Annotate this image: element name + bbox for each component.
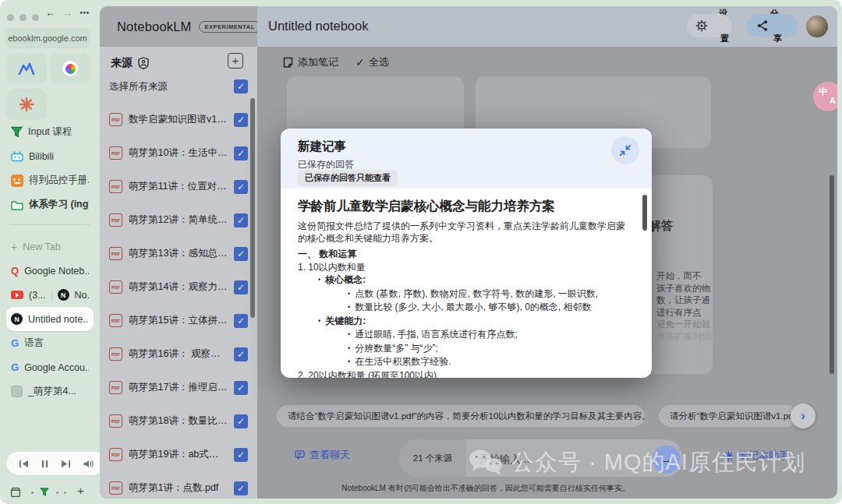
pause-icon[interactable]: [41, 459, 49, 469]
sources-scrollbar[interactable]: [250, 98, 255, 318]
sidebar-item-dedao[interactable]: 得到品控手册...: [6, 168, 94, 192]
source-row[interactable]: 萌芽第11讲：位置对应....: [100, 170, 257, 203]
space-dot[interactable]: [64, 492, 66, 494]
sidebar-item-bilibili[interactable]: Bilibili: [6, 144, 94, 168]
tab-google-account[interactable]: G Google Accou...: [6, 355, 94, 379]
settings-label-bottom: 置: [720, 33, 729, 44]
source-checkbox[interactable]: [234, 414, 248, 428]
previous-track-icon[interactable]: [19, 459, 29, 469]
forward-icon[interactable]: →: [62, 7, 73, 19]
source-checkbox[interactable]: [234, 247, 248, 261]
volume-icon[interactable]: [83, 459, 94, 469]
active-space-funnel-icon[interactable]: [40, 488, 49, 496]
source-checkbox[interactable]: [234, 314, 248, 328]
gray-square-icon: [11, 386, 23, 397]
source-name: 萌芽第19讲：ab式推理...: [129, 448, 228, 461]
notebook-title[interactable]: Untitled notebook: [268, 19, 368, 33]
source-row[interactable]: 萌芽第19讲：ab式推理...: [100, 438, 257, 471]
select-all-notes-button[interactable]: ✓ 全选: [356, 55, 389, 69]
translate-button[interactable]: 中 A: [813, 82, 837, 111]
source-row[interactable]: 萌芽第14讲：观察力-...: [100, 270, 257, 304]
note-fragment-line: 数，让孩子通: [656, 294, 711, 307]
more-menu-icon[interactable]: ⋯: [80, 7, 90, 19]
suggestion-chip[interactable]: 请分析“数学启蒙知识图谱v1.pdf”中: [659, 405, 798, 427]
notebook-assistant-button[interactable]: 笔记本助手: [723, 449, 789, 463]
add-note-button[interactable]: 添加笔记: [282, 55, 338, 69]
tab-language[interactable]: G 语言: [6, 331, 94, 355]
source-row[interactable]: 萌芽第16讲： 观察力训...: [100, 337, 257, 371]
source-checkbox[interactable]: [234, 347, 248, 361]
add-note-label: 添加笔记: [298, 55, 338, 69]
send-button[interactable]: →: [653, 446, 681, 474]
chat-input[interactable]: [477, 439, 621, 477]
view-only-chip: 已保存的回答只能查看: [298, 170, 398, 186]
next-track-icon[interactable]: [61, 459, 71, 469]
sidebar-bottom-bar: +: [0, 481, 100, 504]
sidebar-item-study-folder[interactable]: 体系学习 (ing): [6, 192, 94, 217]
note-card-title-fragment: 解答: [649, 218, 673, 234]
shield-person-icon: [138, 57, 149, 69]
source-checkbox[interactable]: [234, 113, 248, 127]
pinned-tab-pinwheel[interactable]: [50, 53, 90, 84]
pinned-tab-claude[interactable]: [6, 89, 47, 120]
asterisk-icon: [723, 451, 734, 461]
select-all-checkbox[interactable]: [234, 79, 248, 93]
gear-icon: [695, 19, 708, 32]
view-chat-button[interactable]: 查看聊天: [295, 448, 350, 462]
avatar[interactable]: [806, 16, 828, 37]
source-checkbox[interactable]: [234, 481, 248, 495]
tab-untitled-notebook-active[interactable]: N Untitled note...: [6, 307, 94, 331]
source-row[interactable]: 萌芽第18讲：数量比较....: [100, 404, 257, 438]
suggestion-chip[interactable]: 请结合“数学启蒙知识图谱v1.pdf”的内容，简要分析10以内数和量的学习目标及…: [277, 405, 645, 427]
new-space-plus-icon[interactable]: +: [77, 484, 84, 497]
tab-split-youtube-notebook[interactable]: (3... N No...: [6, 283, 94, 307]
window-zoom-icon[interactable]: [32, 14, 39, 21]
source-row[interactable]: 萌芽第12讲：简单统计....: [100, 203, 257, 237]
tab-google-notebooklm[interactable]: Q Google Noteb...: [6, 259, 94, 283]
note-fragment-line: 开始，而不: [656, 270, 711, 283]
app-title: NotebookLM: [117, 19, 192, 34]
source-checkbox[interactable]: [234, 381, 248, 395]
source-count-badge[interactable]: 21 个来源: [399, 439, 466, 477]
source-checkbox[interactable]: [234, 213, 248, 227]
document-line: 数量比较 (多少, 大小, 最大最小, 够不够), 0的概念, 相邻数: [348, 301, 632, 315]
mountain-logo-icon: [18, 62, 35, 75]
new-tab-button[interactable]: + New Tab: [6, 234, 94, 259]
pdf-icon: [109, 481, 122, 495]
window-minimize-icon[interactable]: [19, 14, 27, 21]
source-row[interactable]: 萌芽第13讲：感知总体...: [100, 237, 257, 270]
library-box-icon[interactable]: [10, 487, 21, 498]
collapse-button[interactable]: [611, 136, 639, 164]
space-dot[interactable]: [31, 492, 34, 494]
window-controls[interactable]: [7, 10, 44, 24]
source-checkbox[interactable]: [234, 280, 248, 294]
notebook-assistant-label: 笔记本助手: [738, 449, 789, 463]
source-row[interactable]: 萌芽第15讲：立体拼插....: [100, 304, 257, 337]
pdf-icon: [109, 113, 122, 126]
page-scrollbar[interactable]: [830, 175, 834, 374]
modal-scrollbar[interactable]: [642, 195, 647, 231]
share-button[interactable]: [747, 14, 798, 37]
tab-label: 语言: [24, 337, 89, 350]
source-checkbox[interactable]: [234, 448, 248, 462]
sidebar-item-input-course[interactable]: Input 课程: [6, 120, 94, 144]
select-all-notes-label: 全选: [369, 55, 389, 69]
add-source-button[interactable]: +: [228, 53, 243, 69]
source-row[interactable]: 萌芽第1讲：点数.pdf: [100, 471, 257, 499]
source-row[interactable]: 萌芽第10讲：生活中的...: [100, 136, 257, 170]
tab-mengya[interactable]: _萌芽第4...: [6, 379, 94, 404]
pdf-icon: [109, 180, 122, 193]
source-checkbox[interactable]: [234, 146, 248, 160]
address-bar[interactable]: ebooklm.google.com: [5, 28, 90, 48]
window-close-icon[interactable]: [7, 14, 14, 21]
source-name: 萌芽第10讲：生活中的...: [129, 146, 228, 160]
next-suggestions-button[interactable]: ›: [791, 404, 815, 428]
source-row[interactable]: 数学启蒙知识图谱v1.pdf: [100, 103, 257, 136]
pinned-tab-mountain[interactable]: [6, 53, 47, 84]
back-icon[interactable]: ←: [45, 7, 55, 19]
tab-label: (3...: [29, 290, 46, 301]
space-dot[interactable]: [56, 492, 58, 494]
source-checkbox[interactable]: [234, 180, 248, 194]
source-row[interactable]: 萌芽第17讲：推理启蒙....: [100, 371, 257, 404]
document-line: 核心概念:: [318, 273, 632, 287]
